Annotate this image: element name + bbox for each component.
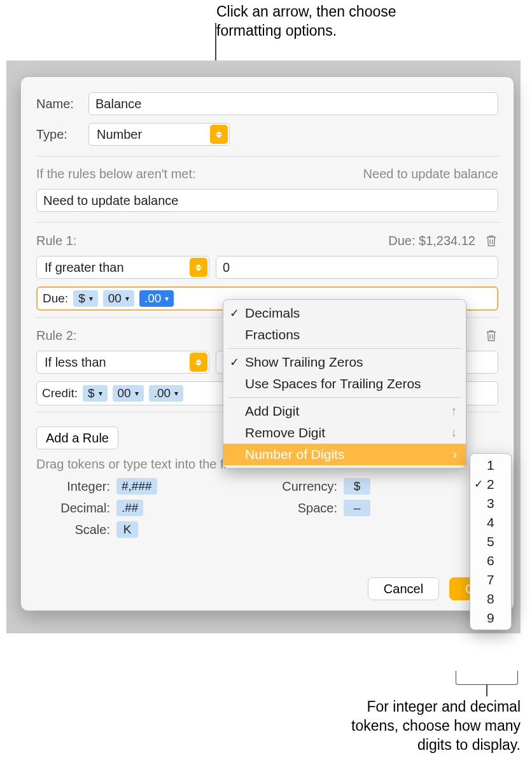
menu-show-trailing[interactable]: ✓Show Trailing Zeros [223,351,466,373]
currency-token[interactable]: $▾ [83,385,108,402]
digits-option-5[interactable]: 5 [470,532,511,551]
token-library: Integer: #,### Currency: $ Decimal: .## … [21,475,514,538]
menu-decimals[interactable]: ✓Decimals [223,302,466,324]
digits-option-3[interactable]: 3 [470,494,511,513]
token-text: .00 [144,292,161,306]
fallback-input[interactable]: Need to update balance [36,189,498,212]
rule1-title: Rule 1: [36,234,76,248]
menu-separator [228,397,461,398]
currency-token[interactable]: $▾ [73,290,98,307]
rule2-prefix: Credit: [42,386,78,400]
chevron-right-icon: › [453,447,457,461]
menu-use-spaces[interactable]: Use Spaces for Trailing Zeros [223,373,466,395]
digits-option-label: 8 [487,591,494,606]
rule2-condition-select[interactable]: If less than [36,351,209,374]
type-select-value: Number [97,127,142,142]
currency-template-token[interactable]: $ [344,478,370,495]
digits-option-1[interactable]: 1 [470,456,511,475]
menu-remove-digit[interactable]: Remove Digit↓ [223,422,466,444]
digits-option-6[interactable]: 6 [470,551,511,570]
rule1-condition-value: If greater than [45,260,124,275]
chevron-down-icon: ▾ [125,294,129,303]
fallback-input-value: Need to update balance [43,194,178,208]
token-text: $ [88,386,95,400]
trash-icon[interactable] [484,233,498,248]
digits-option-4[interactable]: 4 [470,513,511,532]
chevron-down-icon: ▾ [99,389,102,398]
digits-option-label: 1 [487,458,494,472]
chevron-down-icon: ▾ [165,294,169,303]
check-icon: ✓ [230,355,239,369]
rule1-value-input[interactable]: 0 [216,256,498,279]
integer-label: Integer: [40,479,110,494]
menu-item-label: Remove Digit [245,425,325,440]
menu-number-of-digits[interactable]: Number of Digits› [223,444,466,465]
token-text: .00 [154,386,171,400]
type-select[interactable]: Number [88,123,230,146]
rule1-preview: Due: $1,234.12 [388,234,475,248]
add-rule-button[interactable]: Add a Rule [36,426,118,449]
decimal-token[interactable]: .00▾ [149,385,183,402]
digits-option-label: 7 [487,572,494,587]
scale-template-token[interactable]: K [116,521,138,538]
menu-item-label: Use Spaces for Trailing Zeros [245,376,421,391]
integer-template-token[interactable]: #,### [116,478,157,495]
rule1-prefix: Due: [43,292,68,306]
arrow-up-icon: ↑ [451,404,458,418]
callout-top: Click an arrow, then choose formatting o… [216,3,433,41]
decimal-template-token[interactable]: .## [116,500,143,516]
name-input[interactable]: Balance [88,92,498,115]
currency-label: Currency: [267,479,337,494]
callout-bracket [456,671,518,685]
menu-add-digit[interactable]: Add Digit↑ [223,400,466,422]
digits-option-label: 3 [487,496,494,510]
menu-item-label: Show Trailing Zeros [245,355,363,369]
cancel-button[interactable]: Cancel [368,577,439,600]
space-label: Space: [267,501,337,516]
integer-token[interactable]: 00▾ [113,385,144,402]
menu-separator [228,348,461,349]
menu-fractions[interactable]: Fractions [223,324,466,346]
arrow-down-icon: ↓ [451,426,458,440]
token-text: $ [78,292,85,306]
digits-option-label: 5 [487,534,494,549]
digits-option-label: 2 [487,477,494,491]
callout-bracket-stem [486,685,487,696]
menu-item-label: Add Digit [245,404,299,418]
fallback-preview: Need to update balance [363,167,498,181]
token-text: 00 [108,292,122,306]
type-label: Type: [36,127,80,142]
digits-option-label: 6 [487,553,494,568]
digits-submenu: 1✓23456789 [470,453,512,630]
fallback-label: If the rules below aren't met: [36,167,196,181]
menu-item-label: Fractions [245,327,300,342]
menu-item-label: Number of Digits [245,447,344,461]
callout-bottom: For integer and decimal tokens, choose h… [317,698,521,755]
chevron-down-icon: ▾ [174,389,178,398]
chevron-down-icon: ▾ [89,294,93,303]
digits-option-label: 4 [487,515,494,530]
token-text: 00 [118,386,131,400]
separator [35,156,500,157]
rule1-value: 0 [223,260,230,275]
decimal-label: Decimal: [40,501,110,516]
updown-icon [190,353,207,372]
format-popup-menu: ✓Decimals Fractions ✓Show Trailing Zeros… [223,299,466,468]
integer-token[interactable]: 00▾ [103,290,134,307]
name-input-value: Balance [95,97,141,111]
trash-icon[interactable] [484,328,498,343]
digits-option-9[interactable]: 9 [470,609,511,628]
check-icon: ✓ [230,306,239,320]
name-label: Name: [36,97,80,111]
digits-option-8[interactable]: 8 [470,589,511,609]
rule1-condition-select[interactable]: If greater than [36,256,209,279]
updown-icon [210,125,228,144]
decimal-token[interactable]: .00▾ [139,290,174,307]
check-icon: ✓ [474,477,483,491]
rule2-title: Rule 2: [36,328,76,343]
digits-option-7[interactable]: 7 [470,570,511,589]
space-template-token[interactable]: – [344,500,370,516]
separator [35,222,500,223]
digits-option-label: 9 [487,610,494,625]
digits-option-2[interactable]: ✓2 [470,475,511,494]
